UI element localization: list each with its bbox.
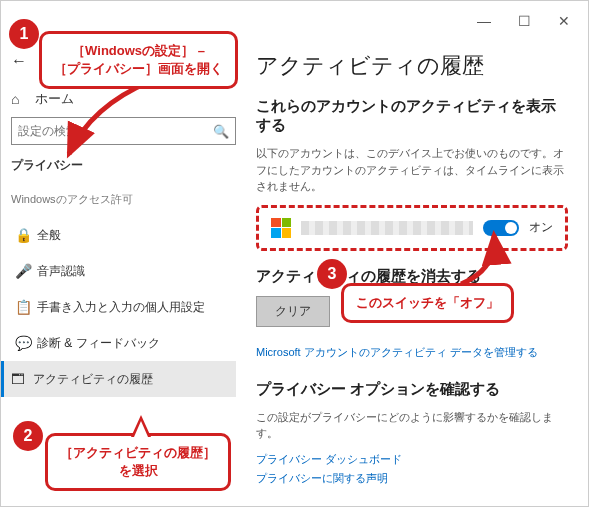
permissions-header: Windowsのアクセス許可 [11,192,236,207]
show-activity-desc: 以下のアカウントは、このデバイス上でお使いのものです。オフにしたアカウントのアク… [256,145,568,195]
annotation-arrow-1 [61,76,181,166]
annotation-badge-2: 2 [13,421,43,451]
sidebar-item-label: 音声認識 [37,263,85,280]
feedback-icon: 💬 [15,335,37,351]
show-activity-heading: これらのアカウントのアクティビティを表示する [256,97,568,135]
sidebar-item-label: 手書き入力と入力の個人用設定 [37,299,205,316]
annotation-callout-3: このスイッチを「オフ」 [341,283,514,323]
sidebar-item-activity-history[interactable]: 🗔 アクティビティの履歴 [1,361,236,397]
annotation-badge-1: 1 [9,19,39,49]
activity-icon: 🗔 [11,371,33,387]
page-title: アクティビティの履歴 [256,51,568,81]
clear-button[interactable]: クリア [256,296,330,327]
annotation-callout-1: ［Windowsの設定］ – ［プライバシー］画面を開く [39,31,238,89]
main-content: アクティビティの履歴 これらのアカウントのアクティビティを表示する 以下のアカウ… [246,41,588,506]
sidebar-item-label: 全般 [37,227,61,244]
clipboard-icon: 📋 [15,299,37,315]
sidebar-item-speech[interactable]: 🎤 音声認識 [11,253,236,289]
privacy-statement-link[interactable]: プライバシーに関する声明 [256,471,568,486]
back-arrow-icon[interactable]: ← [11,52,35,70]
annotation-badge-3: 3 [317,259,347,289]
maximize-button[interactable]: ☐ [504,6,544,36]
annotation-arrow-3 [449,229,519,289]
sidebar-item-label: アクティビティの履歴 [33,371,153,388]
options-desc: この設定がプライバシーにどのように影響するかを確認します。 [256,409,568,442]
sidebar-item-label: 診断 & フィードバック [37,335,160,352]
annotation-callout-2: ［アクティビティの履歴］ を選択 [45,433,231,491]
mic-icon: 🎤 [15,263,37,279]
lock-icon: 🔒 [15,227,37,243]
minimize-button[interactable]: — [464,6,504,36]
search-icon: 🔍 [213,124,229,139]
sidebar-item-diagnostics[interactable]: 💬 診断 & フィードバック [11,325,236,361]
close-button[interactable]: ✕ [544,6,584,36]
sidebar-item-general[interactable]: 🔒 全般 [11,217,236,253]
privacy-dashboard-link[interactable]: プライバシー ダッシュボード [256,452,568,467]
account-name-redacted [301,221,473,235]
home-icon: ⌂ [11,91,31,107]
manage-activity-link[interactable]: Microsoft アカウントのアクティビティ データを管理する [256,345,568,360]
microsoft-logo-icon [271,218,291,238]
sidebar-item-inking[interactable]: 📋 手書き入力と入力の個人用設定 [11,289,236,325]
account-toggle-box: オン [256,205,568,251]
annotation-tail-2-inner [134,421,148,437]
toggle-label: オン [529,219,553,236]
options-heading: プライバシー オプションを確認する [256,380,568,399]
